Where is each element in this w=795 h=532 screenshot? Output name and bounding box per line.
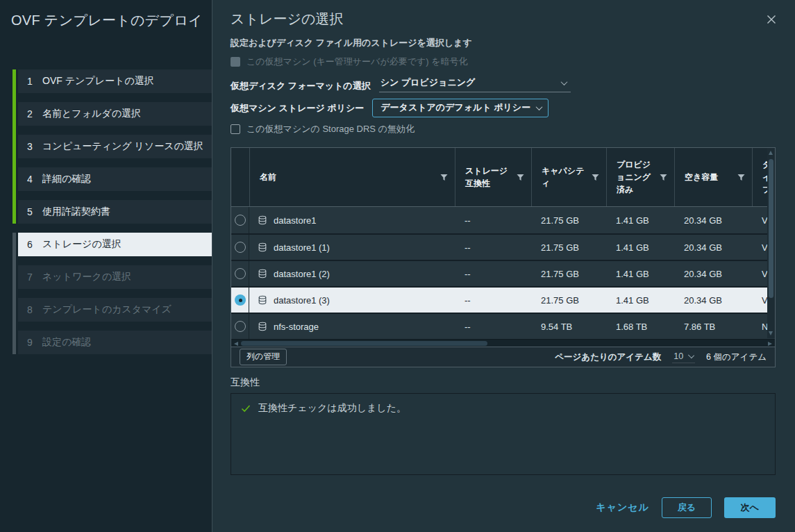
table-row[interactable]: nfs-storage -- 9.54 TB 1.68 TB 7.86 TB N… bbox=[231, 313, 775, 339]
row-name-cell: datastore1 (1) bbox=[249, 242, 455, 253]
manage-columns-button[interactable]: 列の管理 bbox=[240, 349, 287, 365]
filter-icon[interactable] bbox=[592, 174, 599, 181]
row-capacity: 21.75 GB bbox=[531, 295, 606, 306]
step-number: 3 bbox=[27, 141, 42, 152]
disk-format-value: シン プロビジョニング bbox=[380, 76, 476, 89]
horizontal-scrollbar[interactable] bbox=[231, 339, 775, 347]
vertical-scrollbar[interactable] bbox=[767, 148, 775, 338]
filter-icon[interactable] bbox=[737, 174, 745, 181]
deploy-ovf-dialog: OVF テンプレートのデプロイ 1 OVF テンプレートの選択 2 名前とフォル… bbox=[0, 0, 795, 532]
vertical-scrollbar-thumb[interactable] bbox=[769, 159, 773, 298]
filter-icon[interactable] bbox=[440, 174, 448, 181]
scroll-down-icon[interactable] bbox=[769, 331, 773, 335]
encrypt-vm-checkbox bbox=[231, 57, 240, 67]
step-number: 2 bbox=[27, 108, 42, 119]
datagrid-body: datastore1 -- 21.75 GB 1.41 GB 20.34 GB … bbox=[231, 206, 775, 339]
step-number: 1 bbox=[27, 76, 42, 87]
scroll-right-icon[interactable] bbox=[768, 342, 772, 346]
row-name-cell: datastore1 (3) bbox=[249, 295, 455, 306]
datastore-icon bbox=[258, 269, 267, 279]
close-icon[interactable] bbox=[766, 14, 777, 25]
step-label: 設定の確認 bbox=[42, 336, 91, 349]
header-name: 名前 bbox=[249, 148, 455, 206]
wizard-actions: キャンセル 戻る 次へ bbox=[596, 497, 776, 518]
step-label: OVF テンプレートの選択 bbox=[42, 75, 154, 88]
row-provisioned: 1.41 GB bbox=[606, 215, 674, 226]
step-number: 8 bbox=[27, 304, 42, 315]
wizard-steps: 1 OVF テンプレートの選択 2 名前とフォルダの選択 3 コンピューティング… bbox=[12, 69, 212, 363]
sidebar-step-2[interactable]: 2 名前とフォルダの選択 bbox=[18, 102, 212, 126]
items-per-page-select[interactable]: 10 bbox=[672, 351, 695, 363]
header-capacity: キャパシティ bbox=[531, 148, 606, 206]
vm-policy-row: 仮想マシン ストレージ ポリシー データストアのデフォルト ポリシー bbox=[231, 99, 776, 117]
compatibility-label: 互換性 bbox=[231, 376, 776, 389]
header-storage-compat: ストレージ互換性 bbox=[455, 148, 531, 206]
disk-format-label: 仮想ディスク フォーマットの選択 bbox=[231, 80, 371, 92]
encrypt-vm-label: この仮想マシン (キー管理サーバが必要です) を暗号化 bbox=[246, 56, 468, 68]
back-button[interactable]: 戻る bbox=[662, 497, 712, 518]
datastore-name: datastore1 (1) bbox=[274, 242, 330, 253]
table-row[interactable]: datastore1 (3) -- 21.75 GB 1.41 GB 20.34… bbox=[231, 286, 775, 313]
datastore-name: nfs-storage bbox=[274, 322, 319, 332]
row-radio[interactable] bbox=[235, 242, 246, 253]
sidebar-step-6[interactable]: 6 ストレージの選択 bbox=[18, 233, 212, 256]
next-button[interactable]: 次へ bbox=[724, 497, 776, 518]
disable-drs-checkbox[interactable] bbox=[231, 124, 240, 134]
sidebar-step-7: 7 ネットワークの選択 bbox=[18, 265, 212, 289]
sidebar-step-3[interactable]: 3 コンピューティング リソースの選択 bbox=[18, 135, 212, 158]
datastore-name: datastore1 bbox=[274, 215, 316, 226]
wizard-title: OVF テンプレートのデプロイ bbox=[11, 11, 212, 30]
row-storage-compat: -- bbox=[455, 242, 531, 253]
disable-drs-label: この仮想マシンの Storage DRS の無効化 bbox=[246, 123, 415, 135]
sidebar-step-4[interactable]: 4 詳細の確認 bbox=[18, 167, 212, 191]
table-row[interactable]: datastore1 (2) -- 21.75 GB 1.41 GB 20.34… bbox=[231, 260, 775, 286]
chevron-down-icon bbox=[688, 351, 694, 358]
row-radio[interactable] bbox=[235, 294, 246, 306]
chevron-down-icon bbox=[536, 103, 543, 110]
disk-format-select[interactable]: シン プロビジョニング bbox=[379, 76, 571, 92]
row-name-cell: nfs-storage bbox=[249, 322, 455, 332]
header-provisioned: プロビジョニング済み bbox=[606, 148, 674, 206]
datastore-name: datastore1 (2) bbox=[274, 269, 330, 279]
datastore-name: datastore1 (3) bbox=[274, 295, 330, 306]
success-check-icon bbox=[240, 403, 251, 414]
compatibility-message-row: 互換性チェックは成功しました。 bbox=[240, 402, 766, 415]
row-radio[interactable] bbox=[235, 321, 246, 332]
step-label: コンピューティング リソースの選択 bbox=[42, 140, 203, 153]
pagination: ページあたりのアイテム数 10 6 個のアイテム bbox=[555, 351, 767, 363]
row-radio[interactable] bbox=[235, 215, 246, 226]
scroll-up-icon[interactable] bbox=[769, 151, 773, 155]
row-radio[interactable] bbox=[235, 268, 246, 279]
row-storage-compat: -- bbox=[455, 269, 531, 279]
row-free-space: 20.34 GB bbox=[674, 242, 752, 253]
datastore-icon bbox=[258, 295, 267, 305]
row-radio-cell bbox=[231, 261, 249, 286]
row-provisioned: 1.41 GB bbox=[606, 295, 674, 306]
step-label: 使用許諾契約書 bbox=[42, 206, 110, 218]
sidebar-step-1[interactable]: 1 OVF テンプレートの選択 bbox=[18, 69, 212, 93]
filter-icon[interactable] bbox=[660, 174, 667, 181]
page-subtitle: 設定およびディスク ファイル用のストレージを選択します bbox=[231, 37, 776, 49]
cancel-button[interactable]: キャンセル bbox=[596, 501, 649, 514]
row-radio-cell bbox=[231, 235, 249, 260]
row-capacity: 21.75 GB bbox=[531, 269, 606, 279]
row-name-cell: datastore1 bbox=[249, 215, 455, 226]
disable-drs-row: この仮想マシンの Storage DRS の無効化 bbox=[231, 123, 776, 135]
datagrid-footer: 列の管理 ページあたりのアイテム数 10 6 個のアイテム bbox=[231, 347, 775, 367]
step-label: テンプレートのカスタマイズ bbox=[42, 304, 171, 316]
datagrid-header: 名前 ストレージ互換性 キャパシティ プロビジョニング済み 空き容量 bbox=[231, 148, 775, 206]
vm-policy-value: データストアのデフォルト ポリシー bbox=[380, 101, 530, 114]
items-per-page-label: ページあたりのアイテム数 bbox=[555, 351, 661, 363]
sidebar-step-5[interactable]: 5 使用許諾契約書 bbox=[18, 200, 212, 224]
row-provisioned: 1.41 GB bbox=[606, 242, 674, 253]
scroll-left-icon[interactable] bbox=[234, 342, 238, 346]
step-number: 9 bbox=[27, 337, 42, 348]
table-row[interactable]: datastore1 -- 21.75 GB 1.41 GB 20.34 GB … bbox=[231, 207, 775, 233]
horizontal-scrollbar-thumb[interactable] bbox=[241, 341, 487, 346]
vm-policy-select[interactable]: データストアのデフォルト ポリシー bbox=[372, 99, 549, 117]
row-storage-compat: -- bbox=[455, 215, 531, 226]
table-row[interactable]: datastore1 (1) -- 21.75 GB 1.41 GB 20.34… bbox=[231, 233, 775, 260]
progress-bar-remaining bbox=[12, 233, 16, 354]
items-count: 6 個のアイテム bbox=[706, 351, 767, 363]
filter-icon[interactable] bbox=[517, 174, 524, 181]
